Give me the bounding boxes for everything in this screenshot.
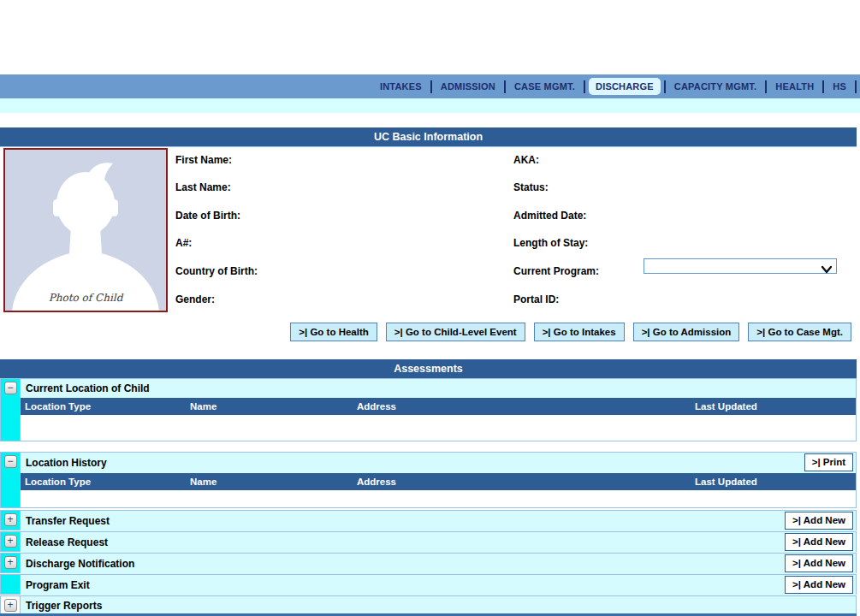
- transfer-request-strip: +: [1, 511, 21, 530]
- go-to-intakes-button[interactable]: >| Go to Intakes: [534, 323, 625, 341]
- expand-icon[interactable]: +: [4, 513, 17, 526]
- length-of-stay-label: Length of Stay:: [513, 237, 588, 249]
- program-exit-row: Program Exit >| Add New: [0, 574, 857, 595]
- expand-icon[interactable]: +: [4, 556, 17, 569]
- tab-separator: [822, 80, 824, 93]
- release-request-row: + Release Request >| Add New: [0, 531, 857, 552]
- chevron-down-icon: [821, 262, 832, 277]
- gender-label: Gender:: [175, 293, 215, 305]
- current-location-title: Current Location of Child: [21, 379, 856, 398]
- goto-button-row: >| Go to Health >| Go to Child-Level Eve…: [0, 323, 851, 341]
- current-program-select[interactable]: [644, 258, 837, 274]
- discharge-notification-title-row: Discharge Notification >| Add New: [21, 554, 856, 574]
- trigger-reports-title: Trigger Reports: [26, 600, 102, 612]
- discharge-notification-strip: +: [1, 554, 21, 572]
- go-to-case-mgt-button[interactable]: >| Go to Case Mgt.: [748, 323, 851, 341]
- tab-discharge[interactable]: DISCHARGE: [589, 78, 661, 95]
- print-button[interactable]: >| Print: [804, 453, 853, 471]
- tab-case-mgmt[interactable]: CASE MGMT.: [509, 79, 580, 94]
- address-column-header: Address: [357, 398, 396, 415]
- release-request-title: Release Request: [26, 536, 108, 548]
- top-navbar: INTAKES ADMISSION CASE MGMT. DISCHARGE C…: [0, 74, 860, 98]
- tab-separator: [430, 80, 432, 93]
- aka-label: AKA:: [513, 154, 539, 166]
- tab-hs[interactable]: HS: [827, 79, 851, 94]
- program-exit-title-row: Program Exit >| Add New: [21, 575, 856, 595]
- location-history-table-body: [21, 490, 856, 507]
- tab-separator: [664, 80, 666, 93]
- location-history-title: Location History: [26, 457, 107, 469]
- current-location-table-header: Location Type Name Address Last Updated: [21, 398, 856, 415]
- go-to-admission-button[interactable]: >| Go to Admission: [633, 323, 740, 341]
- trigger-reports-row: + Trigger Reports: [0, 595, 857, 614]
- uc-basic-info-header: UC Basic Information: [0, 127, 857, 147]
- expand-icon[interactable]: +: [4, 535, 17, 548]
- last-updated-column-header: Last Updated: [695, 398, 757, 415]
- add-new-button[interactable]: >| Add New: [785, 554, 853, 572]
- date-of-birth-label: Date of Birth:: [175, 210, 240, 222]
- status-label: Status:: [513, 181, 549, 193]
- discharge-notification-row: + Discharge Notification >| Add New: [0, 553, 857, 573]
- current-location-strip: −: [1, 379, 21, 441]
- tab-separator: [855, 80, 857, 93]
- program-exit-title: Program Exit: [26, 579, 90, 591]
- tab-separator: [504, 80, 506, 93]
- tab-separator: [765, 80, 767, 93]
- collapse-icon[interactable]: −: [4, 382, 17, 394]
- trigger-reports-strip: +: [1, 596, 21, 613]
- tab-admission[interactable]: ADMISSION: [436, 79, 501, 94]
- location-history-title-row: Location History >| Print: [21, 453, 856, 473]
- transfer-request-title: Transfer Request: [26, 515, 110, 527]
- name-column-header: Name: [190, 473, 216, 490]
- photo-caption: Photo of Child: [5, 292, 166, 304]
- a-number-label: A#:: [175, 237, 192, 249]
- current-location-section: − Current Location of Child Location Typ…: [0, 378, 857, 441]
- assessments-header: Assessments: [0, 359, 857, 379]
- location-history-table-header: Location Type Name Address Last Updated: [21, 473, 856, 490]
- tab-capacity-mgmt[interactable]: CAPACITY MGMT.: [669, 79, 762, 94]
- name-column-header: Name: [190, 398, 216, 415]
- portal-id-label: Portal ID:: [513, 293, 559, 305]
- tab-separator: [584, 80, 585, 93]
- discharge-notification-title: Discharge Notification: [26, 558, 134, 570]
- program-exit-strip: [1, 575, 21, 594]
- last-name-label: Last Name:: [175, 181, 231, 193]
- location-history-section: − Location History >| Print Location Typ…: [0, 452, 857, 508]
- location-type-column-header: Location Type: [25, 473, 91, 490]
- expand-icon[interactable]: +: [4, 599, 17, 612]
- tab-health[interactable]: HEALTH: [770, 79, 819, 94]
- sub-nav-strip: [0, 98, 860, 113]
- current-location-table-body: [21, 415, 856, 441]
- add-new-button[interactable]: >| Add New: [785, 576, 853, 594]
- first-name-label: First Name:: [175, 154, 232, 166]
- transfer-request-row: + Transfer Request >| Add New: [0, 510, 857, 530]
- admitted-date-label: Admitted Date:: [513, 210, 586, 222]
- go-to-child-level-event-button[interactable]: >| Go to Child-Level Event: [386, 323, 525, 341]
- release-request-title-row: Release Request >| Add New: [21, 532, 856, 553]
- child-photo-placeholder: Photo of Child: [3, 148, 168, 312]
- trigger-reports-title-row: Trigger Reports: [21, 596, 856, 615]
- go-to-health-button[interactable]: >| Go to Health: [290, 323, 377, 341]
- current-program-label: Current Program:: [513, 265, 599, 277]
- address-column-header: Address: [357, 473, 396, 490]
- location-history-strip: −: [1, 453, 21, 507]
- tab-intakes[interactable]: INTAKES: [375, 79, 427, 94]
- collapse-icon[interactable]: −: [4, 455, 17, 468]
- last-updated-column-header: Last Updated: [695, 473, 757, 490]
- transfer-request-title-row: Transfer Request >| Add New: [21, 511, 856, 531]
- release-request-strip: +: [1, 532, 21, 551]
- add-new-button[interactable]: >| Add New: [785, 533, 853, 551]
- country-of-birth-label: Country of Birth:: [175, 265, 258, 277]
- add-new-button[interactable]: >| Add New: [785, 512, 853, 530]
- location-type-column-header: Location Type: [25, 398, 91, 415]
